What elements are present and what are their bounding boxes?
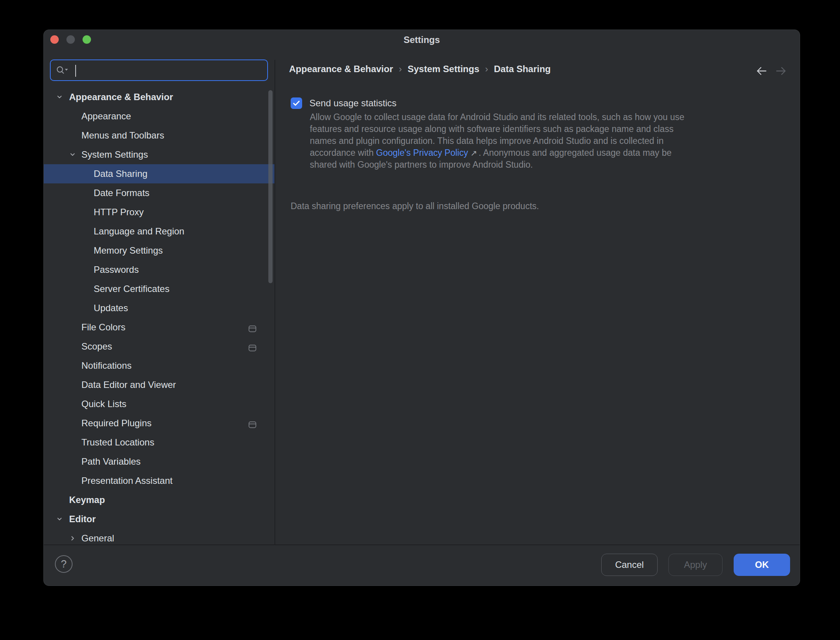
sidebar-item-label: Server Certificates: [94, 279, 169, 299]
forward-button[interactable]: [774, 64, 787, 78]
sidebar-item-data-editor-and-viewer[interactable]: Data Editor and Viewer: [44, 375, 275, 394]
sidebar-item-presentation-assistant[interactable]: Presentation Assistant: [44, 471, 275, 490]
sidebar-item-passwords[interactable]: Passwords: [44, 260, 275, 279]
sidebar-item-label: Notifications: [81, 356, 132, 375]
data-sharing-note: Data sharing preferences apply to all in…: [291, 201, 539, 211]
send-usage-statistics-checkbox[interactable]: [291, 97, 302, 109]
breadcrumb-item-appearance-behavior[interactable]: Appearance & Behavior: [289, 64, 393, 74]
sidebar-item-appearance-behavior[interactable]: Appearance & Behavior: [44, 87, 275, 107]
window-frame-icon: [248, 420, 256, 431]
footer-divider: [44, 544, 800, 545]
sidebar-item-label: Memory Settings: [94, 241, 163, 260]
sidebar-item-server-certificates[interactable]: Server Certificates: [44, 279, 275, 299]
desktop-background: Settings Appearance & BehaviorAppearance…: [0, 0, 840, 640]
sidebar-item-label: Keymap: [69, 490, 105, 510]
sidebar-item-label: Date Formats: [94, 183, 149, 203]
sidebar-item-label: Scopes: [81, 337, 112, 356]
window-frame-icon: [248, 324, 256, 335]
sidebar-item-file-colors[interactable]: File Colors: [44, 318, 275, 337]
privacy-policy-link[interactable]: Google's Privacy Policy: [376, 148, 468, 158]
breadcrumb-item-data-sharing[interactable]: Data Sharing: [494, 64, 551, 74]
sidebar-item-label: Editor: [69, 510, 96, 529]
send-usage-statistics-label[interactable]: Send usage statistics: [309, 98, 397, 109]
breadcrumb-separator: ›: [485, 64, 488, 74]
scrollbar-thumb[interactable]: [268, 90, 273, 283]
apply-button[interactable]: Apply: [668, 554, 723, 576]
sidebar-item-date-formats[interactable]: Date Formats: [44, 183, 275, 203]
sidebar-item-label: Required Plugins: [81, 414, 152, 433]
help-button[interactable]: ?: [55, 555, 73, 573]
sidebar-item-notifications[interactable]: Notifications: [44, 356, 275, 375]
search-icon[interactable]: [56, 66, 69, 75]
sidebar-item-path-variables[interactable]: Path Variables: [44, 452, 275, 471]
text-caret: [75, 65, 76, 77]
sidebar-item-label: Appearance & Behavior: [69, 87, 173, 107]
sidebar-item-language-and-region[interactable]: Language and Region: [44, 222, 275, 241]
sidebar-item-label: Path Variables: [81, 452, 141, 471]
chevron-down-icon: [68, 150, 77, 159]
sidebar-item-required-plugins[interactable]: Required Plugins: [44, 414, 275, 433]
sidebar-item-quick-lists[interactable]: Quick Lists: [44, 394, 275, 414]
sidebar: Appearance & BehaviorAppearanceMenus and…: [44, 30, 275, 544]
breadcrumb-item-system-settings[interactable]: System Settings: [408, 64, 480, 74]
sidebar-divider: [274, 60, 275, 544]
search-input[interactable]: [50, 59, 268, 81]
sidebar-item-label: General: [81, 529, 114, 544]
window-frame-icon: [248, 343, 256, 354]
settings-window: Settings Appearance & BehaviorAppearance…: [43, 30, 800, 586]
sidebar-item-trusted-locations[interactable]: Trusted Locations: [44, 433, 275, 452]
sidebar-item-general[interactable]: General: [44, 529, 275, 544]
sidebar-item-label: File Colors: [81, 318, 126, 337]
sidebar-item-label: Quick Lists: [81, 394, 126, 414]
chevron-down-icon: [55, 93, 64, 101]
sidebar-item-scopes[interactable]: Scopes: [44, 337, 275, 356]
sidebar-item-data-sharing[interactable]: Data Sharing: [44, 164, 275, 183]
sidebar-item-label: Trusted Locations: [81, 433, 154, 452]
sidebar-item-menus-and-toolbars[interactable]: Menus and Toolbars: [44, 126, 275, 145]
breadcrumb-separator: ›: [399, 64, 402, 74]
chevron-right-icon: [68, 534, 77, 543]
sidebar-item-label: Appearance: [81, 107, 131, 126]
sidebar-item-updates[interactable]: Updates: [44, 299, 275, 318]
sidebar-item-http-proxy[interactable]: HTTP Proxy: [44, 203, 275, 222]
usage-statistics-description: Allow Google to collect usage data for A…: [310, 111, 690, 171]
sidebar-item-label: Language and Region: [94, 222, 184, 241]
sidebar-item-label: Menus and Toolbars: [81, 126, 164, 145]
sidebar-item-appearance[interactable]: Appearance: [44, 107, 275, 126]
usage-statistics-row: Send usage statistics: [291, 97, 397, 109]
back-button[interactable]: [755, 64, 768, 78]
sidebar-item-label: Data Sharing: [94, 164, 147, 183]
sidebar-item-label: Data Editor and Viewer: [81, 375, 176, 394]
sidebar-item-label: Updates: [94, 299, 128, 318]
cancel-button[interactable]: Cancel: [601, 554, 658, 576]
breadcrumb: Appearance & Behavior›System Settings›Da…: [289, 64, 551, 74]
sidebar-item-editor[interactable]: Editor: [44, 510, 275, 529]
sidebar-item-label: Passwords: [94, 260, 139, 279]
chevron-down-icon: [55, 515, 64, 523]
external-link-icon: ↗: [470, 148, 477, 157]
settings-tree: Appearance & BehaviorAppearanceMenus and…: [44, 87, 275, 544]
checkmark-icon: [292, 99, 301, 108]
sidebar-item-label: Presentation Assistant: [81, 471, 172, 490]
sidebar-item-system-settings[interactable]: System Settings: [44, 145, 275, 164]
sidebar-item-label: HTTP Proxy: [94, 203, 144, 222]
ok-button[interactable]: OK: [734, 554, 790, 576]
sidebar-item-label: System Settings: [81, 145, 148, 164]
sidebar-item-keymap[interactable]: Keymap: [44, 490, 275, 510]
sidebar-item-memory-settings[interactable]: Memory Settings: [44, 241, 275, 260]
